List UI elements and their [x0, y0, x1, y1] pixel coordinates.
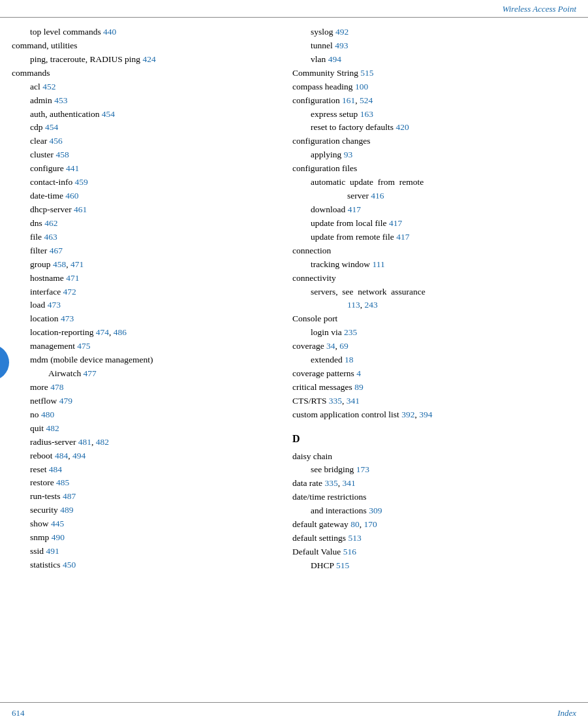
page-link[interactable]: 89: [354, 382, 364, 392]
page-link[interactable]: 481: [78, 437, 91, 447]
entry-text: update from local file 417: [292, 217, 573, 231]
entry-text: see bridging 173: [292, 463, 573, 477]
entry-text: date-time 460: [12, 189, 273, 203]
page-link[interactable]: 111: [372, 259, 384, 269]
page-link[interactable]: 341: [342, 478, 355, 488]
page-link[interactable]: 485: [56, 477, 69, 487]
page-link[interactable]: 513: [348, 533, 361, 543]
page-link[interactable]: 473: [48, 300, 61, 310]
entry-text: top level commands 440: [12, 25, 273, 39]
page-link[interactable]: 477: [84, 368, 97, 378]
page-link[interactable]: 478: [50, 382, 63, 392]
page-link[interactable]: 453: [54, 95, 67, 105]
page-link[interactable]: 243: [365, 300, 378, 310]
page-link[interactable]: 69: [339, 341, 348, 351]
entry-text: coverage 34, 69: [292, 340, 573, 353]
page-link[interactable]: 487: [63, 491, 76, 501]
page-link[interactable]: 461: [74, 204, 87, 214]
page-link[interactable]: 416: [371, 191, 384, 201]
page-link[interactable]: 454: [102, 109, 115, 119]
page-link[interactable]: 474: [96, 327, 109, 337]
footer-section-label: Index: [557, 708, 576, 718]
page-link[interactable]: 460: [65, 191, 78, 201]
page-link[interactable]: 417: [389, 218, 402, 228]
entry-text: ssid 491: [12, 545, 273, 558]
page-link[interactable]: 475: [77, 341, 90, 351]
page-link[interactable]: 34: [326, 341, 335, 351]
page-link[interactable]: 484: [55, 451, 68, 460]
page-link[interactable]: 489: [60, 505, 73, 515]
page-link[interactable]: 458: [53, 259, 66, 269]
page-link[interactable]: 473: [61, 314, 74, 323]
page-link[interactable]: 467: [50, 246, 63, 255]
entry-text: dhcp-server 461: [12, 203, 273, 217]
page-link[interactable]: 515: [360, 68, 373, 78]
page-link[interactable]: 424: [142, 54, 155, 64]
page-link[interactable]: 173: [356, 464, 369, 474]
page-link[interactable]: 392: [401, 410, 414, 419]
entry-text: mdm (mobile device management): [12, 353, 273, 367]
list-item: syslog 492 tunnel 493 vlan 494 Community…: [292, 25, 573, 573]
page-link[interactable]: 417: [348, 204, 361, 214]
page-link[interactable]: 516: [343, 547, 356, 556]
page-link[interactable]: 471: [70, 259, 84, 269]
page-link[interactable]: 309: [369, 506, 382, 515]
page-link[interactable]: 163: [360, 109, 373, 119]
entry-text: more 478: [12, 381, 273, 395]
page-link[interactable]: 493: [335, 40, 348, 50]
page-link[interactable]: 100: [355, 82, 368, 91]
page-link[interactable]: 394: [419, 410, 432, 419]
page-link[interactable]: 524: [360, 95, 373, 105]
page-link[interactable]: 471: [66, 273, 79, 283]
entry-text: and interactions 309: [292, 504, 573, 518]
page-link[interactable]: 80: [350, 519, 360, 529]
page-link[interactable]: 482: [46, 423, 59, 433]
page-link[interactable]: 170: [364, 519, 377, 529]
page-link[interactable]: 456: [50, 136, 63, 146]
page-link[interactable]: 490: [52, 532, 65, 542]
page-link[interactable]: 472: [63, 287, 76, 297]
page-link[interactable]: 235: [344, 327, 357, 337]
entry-text: configuration changes: [292, 135, 573, 148]
page-link[interactable]: 341: [347, 396, 360, 406]
page-link[interactable]: 450: [63, 560, 76, 570]
page-link[interactable]: 486: [114, 327, 127, 337]
page-link[interactable]: 335: [324, 478, 337, 488]
entry-text: run-tests 487: [12, 490, 273, 504]
page-link[interactable]: 494: [72, 451, 85, 460]
page-link[interactable]: 479: [59, 396, 72, 406]
page-link[interactable]: 4: [356, 368, 361, 378]
entry-text: coverage patterns 4: [292, 367, 573, 381]
page-link[interactable]: 454: [45, 122, 58, 132]
entry-text: interface 472: [12, 285, 273, 299]
page-link[interactable]: 417: [396, 232, 409, 242]
page-link[interactable]: 420: [395, 122, 409, 132]
page-link[interactable]: 441: [66, 163, 79, 173]
entry-text: critical messages 89: [292, 381, 573, 395]
page-link[interactable]: 161: [342, 95, 355, 105]
page-link[interactable]: 492: [335, 27, 348, 37]
entry-text: netflow 479: [12, 395, 273, 408]
page-link[interactable]: 463: [44, 232, 57, 242]
entry-text: management 475: [12, 340, 273, 353]
page-link[interactable]: 93: [344, 150, 353, 159]
page-link[interactable]: 335: [329, 396, 342, 406]
entry-text: filter 467: [12, 244, 273, 258]
page-link[interactable]: 18: [345, 355, 354, 364]
page-link[interactable]: 515: [336, 560, 349, 570]
page-link[interactable]: 480: [41, 410, 54, 419]
page-link[interactable]: 484: [49, 464, 62, 474]
page-link[interactable]: 458: [55, 150, 69, 159]
page-link[interactable]: 494: [328, 54, 341, 64]
page-link[interactable]: 482: [96, 437, 109, 447]
page-link[interactable]: 445: [51, 519, 64, 528]
entry-text: DHCP 515: [292, 559, 573, 573]
page-link[interactable]: 462: [44, 218, 57, 228]
page-link[interactable]: 452: [42, 82, 55, 91]
entry-text: configuration 161, 524: [292, 94, 573, 108]
entry-text: cdp 454: [12, 121, 273, 135]
page-link[interactable]: 440: [103, 27, 116, 37]
page-link[interactable]: 113: [347, 300, 360, 310]
page-link[interactable]: 459: [75, 177, 88, 187]
page-link[interactable]: 491: [46, 546, 59, 556]
